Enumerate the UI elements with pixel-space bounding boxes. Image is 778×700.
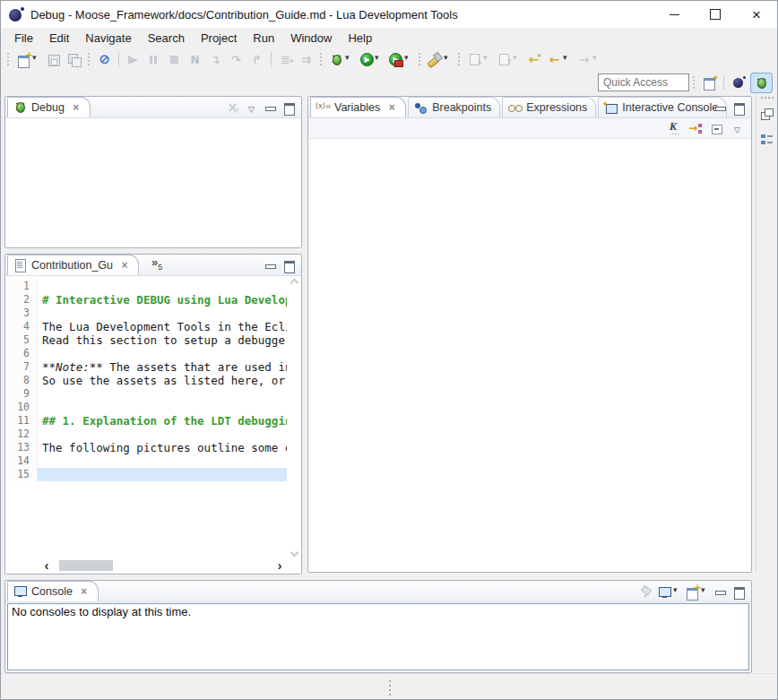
run-external-tools-dropdown-arrow[interactable] xyxy=(403,52,412,66)
menu-search[interactable]: Search xyxy=(140,30,193,47)
close-tab-icon[interactable] xyxy=(79,585,90,598)
line-number: 6 xyxy=(5,347,38,360)
next-annotation-button[interactable] xyxy=(464,49,494,69)
menu-window[interactable]: Window xyxy=(282,30,340,47)
step-over-button[interactable] xyxy=(226,49,246,69)
tab-console[interactable]: Console xyxy=(7,581,99,601)
tab-variables[interactable]: Variables xyxy=(310,97,406,117)
toggle-step-filters-button[interactable] xyxy=(296,49,316,69)
minimize-button[interactable] xyxy=(711,99,730,117)
minimize-window-button[interactable] xyxy=(653,1,695,28)
open-search-dialog-dropdown-arrow[interactable] xyxy=(443,52,452,66)
maximize-button[interactable] xyxy=(280,99,298,117)
close-tab-icon[interactable] xyxy=(386,101,397,114)
lua-perspective-button[interactable] xyxy=(728,73,750,93)
strip-drag-handle[interactable] xyxy=(761,96,774,99)
pin-console-button[interactable] xyxy=(636,583,655,601)
tab-contribution-guide[interactable]: Contribution_Gu xyxy=(7,255,139,275)
terminate-button[interactable] xyxy=(164,49,185,69)
view-menu-button[interactable] xyxy=(727,118,748,138)
vertical-scrollbar[interactable] xyxy=(287,276,301,559)
minimize-button[interactable] xyxy=(711,583,730,601)
open-perspective-button[interactable] xyxy=(699,73,720,92)
new-wizard-button[interactable] xyxy=(13,49,43,69)
close-tab-icon[interactable] xyxy=(71,101,82,114)
use-step-filters-button[interactable] xyxy=(275,49,296,69)
horizontal-scrollbar[interactable] xyxy=(5,559,301,574)
code-area[interactable]: 12# Interactive DEBUG using Lua Develop3… xyxy=(5,276,287,559)
scroll-left-icon[interactable] xyxy=(41,560,52,571)
maximize-button[interactable] xyxy=(280,256,298,274)
step-into-button[interactable] xyxy=(205,49,226,69)
menu-navigate[interactable]: Navigate xyxy=(77,30,139,47)
run-external-tools-button[interactable] xyxy=(385,49,415,69)
hidden-editors-chevron[interactable]: 5 xyxy=(151,255,162,272)
resume-button[interactable] xyxy=(123,49,143,69)
line-text: The following pictures outline some o xyxy=(38,441,287,454)
toolbar-grip xyxy=(318,52,324,66)
tab-expressions[interactable]: Expressions xyxy=(502,97,596,117)
skip-all-breakpoints-button[interactable] xyxy=(94,49,115,69)
editor-body[interactable]: 12# Interactive DEBUG using Lua Develop3… xyxy=(5,276,301,574)
console-output: No consoles to display at this time. xyxy=(7,603,749,670)
minimize-icon xyxy=(263,100,278,116)
open-console-dropdown-arrow[interactable] xyxy=(700,584,709,599)
scrollbar-thumb[interactable] xyxy=(59,560,113,571)
disconnect-button[interactable] xyxy=(185,49,205,69)
collapse-all-button[interactable] xyxy=(706,118,727,138)
back-dropdown-arrow[interactable] xyxy=(562,52,571,66)
minimize-button[interactable] xyxy=(261,99,280,117)
show-logical-structures-button[interactable] xyxy=(686,118,706,138)
forward-button[interactable] xyxy=(574,49,603,69)
forward-dropdown-arrow[interactable] xyxy=(592,52,601,66)
scrollbar-track[interactable] xyxy=(54,560,272,571)
step-return-button[interactable] xyxy=(246,49,267,69)
run-button[interactable] xyxy=(356,49,385,69)
back-button[interactable] xyxy=(544,49,574,69)
quick-access-input[interactable] xyxy=(598,73,689,91)
save-all-button[interactable] xyxy=(64,49,84,69)
save-button[interactable] xyxy=(43,49,64,69)
maximize-button[interactable] xyxy=(730,583,748,601)
show-type-names-button[interactable] xyxy=(665,118,686,138)
last-edit-location-button[interactable] xyxy=(523,49,544,69)
remove-all-terminated-icon xyxy=(225,100,240,116)
tab-breakpoints[interactable]: Breakpoints xyxy=(408,97,500,117)
next-annotation-dropdown-arrow[interactable] xyxy=(482,52,491,66)
close-window-button[interactable] xyxy=(736,1,777,28)
display-selected-console-button[interactable] xyxy=(655,583,683,601)
open-console-button[interactable] xyxy=(683,583,711,601)
debug-perspective-icon xyxy=(754,75,769,91)
debug-dropdown-arrow[interactable] xyxy=(344,52,353,66)
scroll-right-icon[interactable] xyxy=(274,560,285,571)
previous-annotation-button[interactable] xyxy=(494,49,523,69)
menu-run[interactable]: Run xyxy=(245,30,282,47)
new-wizard-dropdown-arrow[interactable] xyxy=(31,52,40,66)
tab-interactive-console[interactable]: Interactive Console xyxy=(598,97,727,117)
previous-annotation-dropdown-arrow[interactable] xyxy=(512,52,521,66)
scroll-down-icon[interactable] xyxy=(290,549,298,557)
outline-view-button[interactable] xyxy=(757,130,776,149)
menu-project[interactable]: Project xyxy=(193,30,245,47)
statusbar-drag-handle[interactable] xyxy=(389,680,391,695)
menu-edit[interactable]: Edit xyxy=(41,30,77,47)
menu-file[interactable]: File xyxy=(6,30,41,47)
display-selected-console-dropdown-arrow[interactable] xyxy=(672,584,681,599)
suspend-button[interactable] xyxy=(143,49,164,69)
close-tab-icon[interactable] xyxy=(119,259,130,272)
scroll-up-icon[interactable] xyxy=(290,279,298,288)
restore-fast-view-button[interactable] xyxy=(757,105,776,124)
debug-perspective-button[interactable] xyxy=(750,73,773,93)
view-menu-button[interactable] xyxy=(242,99,261,117)
editor-line: 12 xyxy=(5,428,287,441)
maximize-window-button[interactable] xyxy=(695,1,736,28)
minimize-button[interactable] xyxy=(261,256,280,274)
remove-all-terminated-button[interactable] xyxy=(223,99,242,117)
run-dropdown-arrow[interactable] xyxy=(374,52,383,66)
maximize-button[interactable] xyxy=(730,99,748,117)
menu-help[interactable]: Help xyxy=(340,30,380,47)
debug-button[interactable] xyxy=(326,49,356,69)
open-search-dialog-button[interactable] xyxy=(425,49,454,69)
tab-debug[interactable]: Debug xyxy=(7,97,91,117)
editor-line: 8So use the assets as listed here, or xyxy=(5,374,287,387)
